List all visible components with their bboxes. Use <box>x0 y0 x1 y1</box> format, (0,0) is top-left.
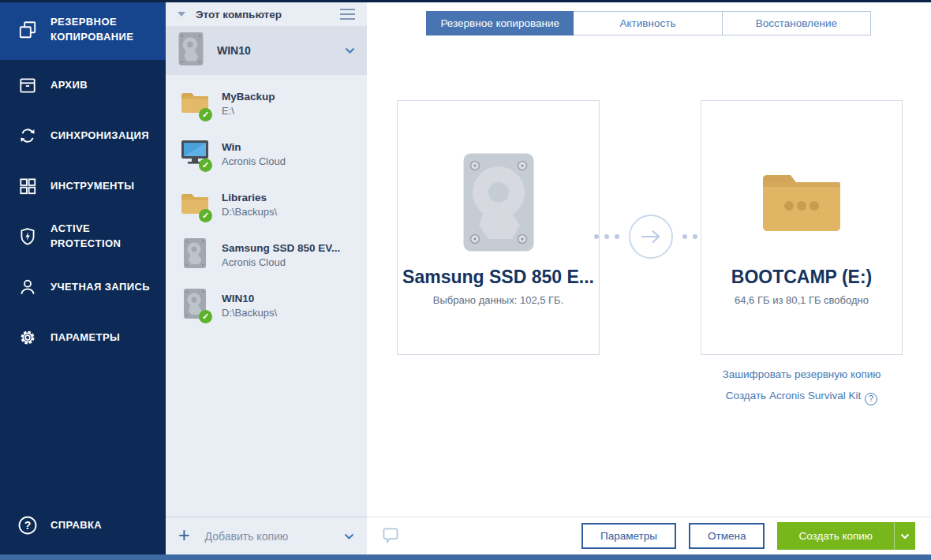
tab-backup[interactable]: Резервное копирование <box>426 11 574 35</box>
sidebar: РЕЗЕРВНОЕ КОПИРОВАНИЕ АРХИВ СИНХРОНИЗАЦИ… <box>0 0 166 560</box>
action-bar: Параметры Отмена Создать копию <box>367 517 931 554</box>
source-card[interactable]: Samsung SSD 850 E... Выбрано данных: 102… <box>397 100 600 355</box>
feedback-bubble-icon[interactable] <box>381 527 400 545</box>
sidebar-item-label: УЧЕТНАЯ ЗАПИСЬ <box>50 280 156 295</box>
sidebar-item-label: СИНХРОНИЗАЦИЯ <box>50 129 155 144</box>
option-links: Зашифровать резервную копию Создать Acro… <box>701 364 903 406</box>
hamburger-menu-icon[interactable] <box>340 6 355 22</box>
help-circle-icon[interactable]: ? <box>865 393 877 405</box>
hard-disk-icon <box>183 237 207 272</box>
source-card-subtitle: Выбрано данных: 102,5 ГБ. <box>433 294 564 306</box>
backup-item-win10-local[interactable]: ✓ WIN10 D:\Backups\ <box>166 280 367 330</box>
sidebar-item-label: ACTIVE PROTECTION <box>50 222 166 252</box>
backup-item-name: Libraries <box>222 192 277 203</box>
destination-card-title: BOOTCAMP (E:) <box>731 267 872 288</box>
sidebar-item-tools[interactable]: ИНСТРУМЕНТЫ <box>0 161 166 211</box>
backup-item-name: Samsung SSD 850 EV... <box>222 242 340 254</box>
shield-bolt-icon <box>16 226 39 247</box>
help-circle-icon: ? <box>16 514 39 536</box>
panel-title: Этот компьютер <box>196 9 340 21</box>
backup-item-libraries[interactable]: ✓ Libraries D:\Backups\ <box>166 179 367 230</box>
backup-item-win[interactable]: ✓ Win Acronis Cloud <box>166 129 367 179</box>
sidebar-spacer <box>0 363 166 500</box>
backup-item-name: WIN10 <box>222 293 277 304</box>
backup-item-location: Acronis Cloud <box>222 155 286 167</box>
sidebar-item-active-protection[interactable]: ACTIVE PROTECTION <box>0 211 166 262</box>
source-card-title: Samsung SSD 850 E... <box>402 267 594 288</box>
sidebar-item-label: РЕЗЕРВНОЕ КОПИРОВАНИЕ <box>50 15 166 45</box>
status-ok-badge: ✓ <box>199 159 212 172</box>
window-top-border <box>0 0 931 2</box>
svg-text:?: ? <box>24 519 32 532</box>
cancel-button[interactable]: Отмена <box>689 523 765 549</box>
tab-recovery[interactable]: Восстановление <box>723 11 871 35</box>
arrow-right-icon <box>628 214 674 259</box>
sidebar-item-settings[interactable]: ПАРАМЕТРЫ <box>0 312 166 363</box>
tab-activity[interactable]: Активность <box>574 11 722 35</box>
backup-list: ✓ MyBackup E:\ ✓ Win Acronis Cloud <box>166 75 367 330</box>
selected-backup-name: WIN10 <box>217 44 345 57</box>
plus-icon: + <box>178 525 190 545</box>
status-ok-badge: ✓ <box>199 310 212 323</box>
chevron-down-icon[interactable] <box>344 529 354 543</box>
sidebar-item-label: АРХИВ <box>50 78 94 93</box>
sidebar-item-help[interactable]: ? СПРАВКА <box>0 500 166 551</box>
tools-icon <box>16 176 39 196</box>
sidebar-item-backup[interactable]: РЕЗЕРВНОЕ КОПИРОВАНИЕ <box>0 0 166 60</box>
backup-item-location: D:\Backups\ <box>222 206 277 218</box>
settings-gear-icon <box>16 327 39 348</box>
main-content: Резервное копирование Активность Восстан… <box>367 2 931 554</box>
sidebar-item-label: ПАРАМЕТРЫ <box>50 330 126 345</box>
status-ok-badge: ✓ <box>199 209 212 222</box>
add-backup-button[interactable]: + Добавить копию <box>166 517 367 554</box>
encrypt-backup-link[interactable]: Зашифровать резервную копию <box>701 364 903 385</box>
chevron-down-icon[interactable] <box>345 43 355 58</box>
backup-item-name: Win <box>222 141 286 153</box>
sidebar-item-label: ИНСТРУМЕНТЫ <box>50 179 140 194</box>
folder-icon <box>760 150 843 254</box>
backup-flow-indicator <box>604 214 698 259</box>
backup-item-name: MyBackup <box>222 91 275 103</box>
backup-panel-header: Этот компьютер <box>166 2 367 26</box>
tab-bar: Резервное копирование Активность Восстан… <box>426 11 871 35</box>
sidebar-item-archive[interactable]: АРХИВ <box>0 60 166 110</box>
backup-item-samsung-ssd[interactable]: Samsung SSD 850 EV... Acronis Cloud <box>166 230 367 280</box>
sync-icon <box>16 125 39 146</box>
backup-icon <box>16 20 39 40</box>
options-button[interactable]: Параметры <box>581 523 676 549</box>
sidebar-item-sync[interactable]: СИНХРОНИЗАЦИЯ <box>0 110 166 161</box>
status-ok-badge: ✓ <box>199 108 212 121</box>
chevron-down-icon[interactable] <box>894 522 915 550</box>
add-backup-label: Добавить копию <box>205 530 344 543</box>
backup-item-location: D:\Backups\ <box>222 307 277 319</box>
hard-disk-icon <box>178 32 204 69</box>
sidebar-item-account[interactable]: УЧЕТНАЯ ЗАПИСЬ <box>0 262 166 312</box>
selected-backup-row[interactable]: WIN10 <box>166 26 367 75</box>
account-icon <box>16 277 39 297</box>
backup-item-mybackup[interactable]: ✓ MyBackup E:\ <box>166 78 367 129</box>
sidebar-item-label: СПРАВКА <box>50 518 108 533</box>
destination-card[interactable]: BOOTCAMP (E:) 64,6 ГБ из 80,1 ГБ свободн… <box>701 100 903 355</box>
backup-list-panel: Этот компьютер WIN10 ✓ MyBackup E:\ <box>166 2 367 554</box>
archive-icon <box>16 75 39 95</box>
destination-card-subtitle: 64,6 ГБ из 80,1 ГБ свободно <box>735 294 869 306</box>
create-backup-button[interactable]: Создать копию <box>777 522 915 550</box>
hard-disk-icon <box>462 150 535 254</box>
backup-item-location: E:\ <box>222 105 275 117</box>
survival-kit-link[interactable]: Создать Acronis Survival Kit? <box>701 385 903 406</box>
backup-item-location: Acronis Cloud <box>222 256 340 268</box>
triangle-down-icon[interactable] <box>178 12 185 17</box>
window-bottom-border <box>0 554 931 560</box>
